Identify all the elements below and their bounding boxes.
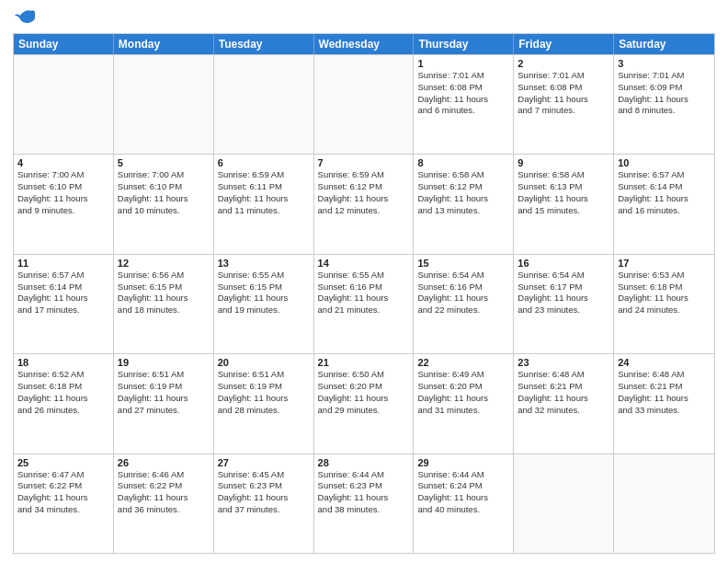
cell-line: Sunset: 6:21 PM [618, 381, 711, 393]
cell-line: Sunrise: 6:54 AM [518, 270, 609, 282]
cell-line: Daylight: 11 hours [318, 492, 410, 504]
day-number: 24 [618, 357, 711, 368]
cell-line: Sunrise: 6:49 AM [417, 369, 509, 381]
cell-line: Daylight: 11 hours [318, 193, 410, 205]
day-number: 3 [618, 58, 711, 69]
day-number: 8 [417, 157, 509, 168]
cell-line: Sunset: 6:22 PM [118, 480, 210, 492]
calendar-cell [114, 55, 214, 154]
cell-line: and 21 minutes. [318, 304, 410, 316]
calendar-row-1: 4Sunrise: 7:00 AMSunset: 6:10 PMDaylight… [14, 154, 714, 253]
cell-line: Daylight: 11 hours [218, 193, 310, 205]
cell-line: Sunrise: 6:57 AM [618, 169, 711, 181]
cell-line: Daylight: 11 hours [618, 193, 711, 205]
cell-line: and 7 minutes. [518, 105, 609, 117]
cell-line: Sunrise: 6:44 AM [417, 469, 509, 481]
cell-line: Daylight: 11 hours [118, 293, 210, 304]
day-number: 2 [518, 58, 609, 69]
cell-line: Sunset: 6:10 PM [17, 181, 109, 193]
cell-line: Sunset: 6:22 PM [17, 480, 109, 492]
day-number: 11 [17, 258, 109, 269]
cell-line: Daylight: 11 hours [518, 193, 609, 205]
calendar-cell: 20Sunrise: 6:51 AMSunset: 6:19 PMDayligh… [214, 354, 314, 453]
calendar-cell: 23Sunrise: 6:48 AMSunset: 6:21 PMDayligh… [514, 354, 614, 453]
calendar-cell: 19Sunrise: 6:51 AMSunset: 6:19 PMDayligh… [114, 354, 214, 453]
day-number: 1 [417, 58, 509, 69]
cell-line: Sunset: 6:21 PM [518, 381, 609, 393]
cell-line: Sunrise: 6:55 AM [318, 270, 410, 282]
cell-line: Sunrise: 6:58 AM [417, 169, 509, 181]
cell-line: Sunrise: 6:59 AM [318, 169, 410, 181]
page-header [13, 9, 715, 26]
calendar-cell [614, 454, 714, 553]
day-number: 18 [17, 357, 109, 368]
calendar-cell [214, 55, 314, 154]
cell-line: Sunrise: 6:57 AM [17, 270, 109, 282]
cell-line: and 12 minutes. [318, 205, 410, 217]
calendar-cell: 13Sunrise: 6:55 AMSunset: 6:15 PMDayligh… [214, 255, 314, 353]
cell-line: Sunrise: 7:00 AM [118, 169, 210, 181]
cell-line: Sunset: 6:19 PM [218, 381, 310, 393]
cell-line: and 34 minutes. [17, 504, 109, 516]
cell-line: and 29 minutes. [318, 405, 410, 417]
cell-line: Daylight: 11 hours [318, 393, 410, 405]
calendar-header-monday: Monday [114, 34, 214, 54]
cell-line: and 15 minutes. [518, 205, 609, 217]
calendar-cell: 1Sunrise: 7:01 AMSunset: 6:08 PMDaylight… [414, 55, 514, 154]
cell-line: Sunset: 6:18 PM [17, 381, 109, 393]
day-number: 27 [218, 457, 310, 468]
calendar-row-4: 25Sunrise: 6:47 AMSunset: 6:22 PMDayligh… [14, 454, 714, 553]
cell-line: Sunrise: 6:47 AM [17, 469, 109, 481]
cell-line: and 8 minutes. [618, 105, 711, 117]
cell-line: Sunset: 6:15 PM [218, 282, 310, 293]
day-number: 12 [118, 258, 210, 269]
cell-line: Sunset: 6:20 PM [417, 381, 509, 393]
cell-line: and 24 minutes. [618, 304, 711, 316]
cell-line: Sunset: 6:23 PM [318, 480, 410, 492]
calendar-cell: 21Sunrise: 6:50 AMSunset: 6:20 PMDayligh… [314, 354, 415, 453]
calendar-cell: 3Sunrise: 7:01 AMSunset: 6:09 PMDaylight… [614, 55, 714, 154]
cell-line: Sunrise: 6:54 AM [417, 270, 509, 282]
calendar-cell: 26Sunrise: 6:46 AMSunset: 6:22 PMDayligh… [114, 454, 214, 553]
cell-line: Sunset: 6:10 PM [118, 181, 210, 193]
cell-line: Sunset: 6:11 PM [218, 181, 310, 193]
cell-line: Daylight: 11 hours [417, 293, 509, 304]
calendar-cell: 7Sunrise: 6:59 AMSunset: 6:12 PMDaylight… [314, 155, 415, 253]
cell-line: Sunset: 6:16 PM [318, 282, 410, 293]
cell-line: Daylight: 11 hours [417, 492, 509, 504]
cell-line: Daylight: 11 hours [618, 293, 711, 304]
calendar-body: 1Sunrise: 7:01 AMSunset: 6:08 PMDaylight… [14, 54, 714, 553]
calendar-cell: 4Sunrise: 7:00 AMSunset: 6:10 PMDaylight… [14, 155, 114, 253]
cell-line: and 17 minutes. [17, 304, 109, 316]
cell-line: Sunset: 6:09 PM [618, 82, 711, 94]
cell-line: Daylight: 11 hours [118, 492, 210, 504]
day-number: 9 [518, 157, 609, 168]
cell-line: and 16 minutes. [618, 205, 711, 217]
day-number: 19 [118, 357, 210, 368]
cell-line: and 38 minutes. [318, 504, 410, 516]
cell-line: Sunrise: 6:44 AM [318, 469, 410, 481]
cell-line: Daylight: 11 hours [518, 94, 609, 106]
logo [13, 9, 35, 26]
cell-line: Daylight: 11 hours [17, 393, 109, 405]
day-number: 21 [318, 357, 410, 368]
day-number: 7 [318, 157, 410, 168]
day-number: 22 [417, 357, 509, 368]
calendar-cell: 29Sunrise: 6:44 AMSunset: 6:24 PMDayligh… [414, 454, 514, 553]
cell-line: and 13 minutes. [417, 205, 509, 217]
cell-line: Sunset: 6:13 PM [518, 181, 609, 193]
day-number: 10 [618, 157, 711, 168]
cell-line: and 28 minutes. [218, 405, 310, 417]
calendar-header: SundayMondayTuesdayWednesdayThursdayFrid… [14, 34, 714, 54]
cell-line: Sunrise: 6:59 AM [218, 169, 310, 181]
cell-line: Sunset: 6:24 PM [417, 480, 509, 492]
calendar-header-saturday: Saturday [614, 34, 714, 54]
cell-line: Daylight: 11 hours [17, 193, 109, 205]
day-number: 4 [17, 157, 109, 168]
cell-line: Sunrise: 6:51 AM [118, 369, 210, 381]
day-number: 5 [118, 157, 210, 168]
cell-line: and 33 minutes. [618, 405, 711, 417]
cell-line: Sunrise: 6:51 AM [218, 369, 310, 381]
cell-line: Sunrise: 6:55 AM [218, 270, 310, 282]
cell-line: and 27 minutes. [118, 405, 210, 417]
